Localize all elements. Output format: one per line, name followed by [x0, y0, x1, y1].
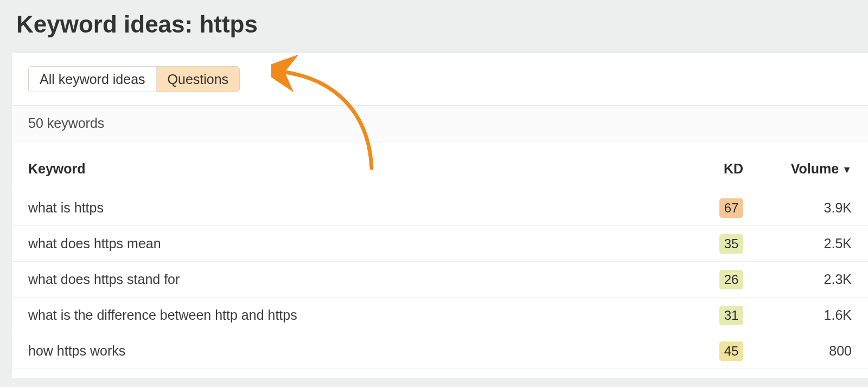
- cell-keyword: what does https stand for: [28, 272, 678, 287]
- cell-volume: 2.3K: [743, 272, 852, 287]
- cell-volume: 800: [743, 343, 852, 359]
- table-row[interactable]: how https works45800: [12, 333, 868, 369]
- tab-segmented-control: All keyword ideas Questions: [28, 66, 240, 92]
- cell-volume: 3.9K: [743, 200, 852, 216]
- kd-badge: 26: [719, 270, 743, 289]
- kd-badge: 35: [719, 234, 743, 254]
- cell-volume: 2.5K: [743, 236, 852, 251]
- table-row[interactable]: what does https mean352.5K: [12, 226, 868, 262]
- kd-badge: 31: [719, 306, 743, 325]
- table-row[interactable]: what does https stand for262.3K: [12, 262, 868, 298]
- table-row[interactable]: what is the difference between http and …: [12, 298, 868, 333]
- kd-badge: 67: [719, 198, 743, 218]
- table-header: Keyword KD Volume▼: [12, 148, 868, 190]
- cell-keyword: how https works: [28, 343, 678, 359]
- column-header-keyword[interactable]: Keyword: [28, 161, 678, 177]
- page-title: Keyword ideas: https: [0, 11, 868, 53]
- page-root: Keyword ideas: https All keyword ideas Q…: [0, 0, 868, 378]
- kd-badge: 45: [719, 341, 743, 361]
- keyword-count: 50 keywords: [12, 106, 868, 141]
- cell-kd: 35: [678, 234, 743, 254]
- cell-keyword: what does https mean: [28, 236, 678, 251]
- cell-kd: 67: [678, 198, 743, 218]
- results-panel: All keyword ideas Questions 50 keywords …: [12, 53, 868, 378]
- sort-desc-icon: ▼: [842, 164, 852, 176]
- table-body: what is https673.9Kwhat does https mean3…: [12, 190, 868, 369]
- cell-kd: 31: [678, 306, 743, 325]
- cell-kd: 26: [678, 270, 743, 289]
- cell-keyword: what is the difference between http and …: [28, 307, 678, 323]
- keyword-table: Keyword KD Volume▼ what is https673.9Kwh…: [12, 148, 868, 369]
- tabs-row: All keyword ideas Questions: [12, 53, 868, 106]
- table-row[interactable]: what is https673.9K: [12, 190, 868, 226]
- column-header-volume[interactable]: Volume▼: [743, 161, 852, 177]
- tab-questions[interactable]: Questions: [156, 67, 240, 92]
- cell-volume: 1.6K: [743, 307, 852, 323]
- cell-keyword: what is https: [28, 200, 678, 216]
- column-header-kd[interactable]: KD: [678, 161, 743, 177]
- column-header-volume-label: Volume: [791, 161, 839, 176]
- tab-all-keyword-ideas[interactable]: All keyword ideas: [29, 67, 156, 92]
- cell-kd: 45: [678, 341, 743, 361]
